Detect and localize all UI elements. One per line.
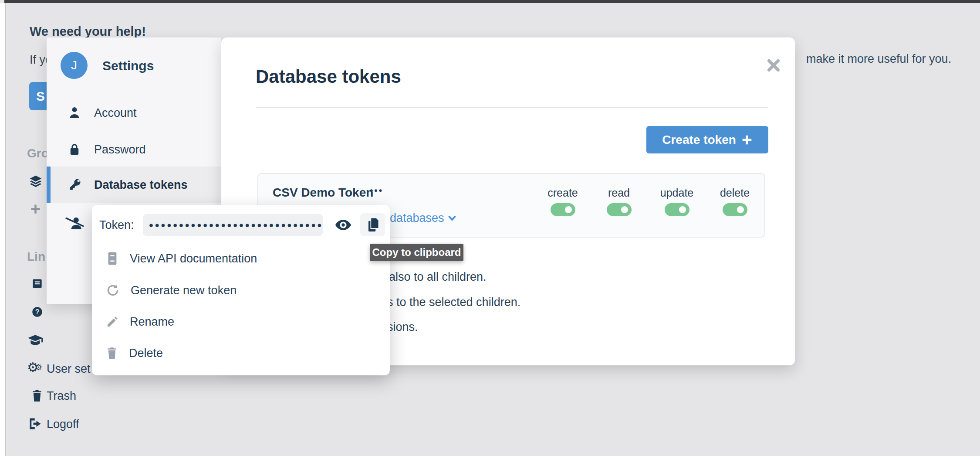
logoff-icon[interactable] xyxy=(29,418,42,430)
toggle-knob xyxy=(737,206,744,213)
trash-label[interactable]: Trash xyxy=(47,389,76,403)
copy-token-button[interactable] xyxy=(360,213,385,236)
settings-item-label: Account xyxy=(94,106,137,120)
databases-link-text: databases xyxy=(390,211,444,225)
settings-item-label: Database tokens xyxy=(94,178,188,192)
menu-item-label: Rename xyxy=(130,315,174,329)
menu-item-label: Generate new token xyxy=(131,284,237,297)
avatar-initial: J xyxy=(71,58,77,72)
user-slash-icon xyxy=(65,215,84,230)
settings-item-account[interactable]: Account xyxy=(47,95,221,131)
support-button-label: S xyxy=(36,89,45,104)
trash-icon xyxy=(106,347,118,360)
menu-item-label: Delete xyxy=(129,347,163,360)
menu-item-rename[interactable]: Rename xyxy=(99,310,382,334)
menu-item-label: View API documentation xyxy=(130,252,257,265)
close-icon[interactable] xyxy=(764,56,783,75)
svg-text:?: ? xyxy=(35,308,40,316)
permission-label-delete: delete xyxy=(704,187,765,199)
lock-icon xyxy=(69,143,80,156)
toggle-knob xyxy=(679,206,686,213)
permission-label-read: read xyxy=(588,187,649,199)
modal-title: Database tokens xyxy=(256,66,401,87)
closing-text-fragment: make it more useful for you. xyxy=(806,52,951,66)
top-bar xyxy=(4,0,980,3)
trash-nav-icon[interactable] xyxy=(31,389,43,402)
toggle-create[interactable] xyxy=(551,203,575,216)
show-token-eye-icon[interactable] xyxy=(335,218,351,232)
permission-label-update: update xyxy=(646,187,707,199)
recycle-icon xyxy=(106,284,119,297)
toggle-knob xyxy=(621,206,628,213)
active-item-indicator xyxy=(47,167,51,203)
book-icon[interactable] xyxy=(31,278,43,289)
person-icon xyxy=(69,106,80,119)
document-icon xyxy=(106,252,118,265)
links-section-label: Lin xyxy=(27,250,45,264)
toggle-update[interactable] xyxy=(665,203,689,216)
hidden-text-fragment-1: also to all children. xyxy=(389,270,487,284)
help-icon[interactable]: ? xyxy=(31,306,43,318)
plus-icon xyxy=(741,134,753,146)
toggle-delete[interactable] xyxy=(723,203,747,216)
user-settings-label-fragment[interactable]: User set xyxy=(47,362,91,376)
token-value-input[interactable]: •••••••••••••••••••••••••••••• xyxy=(143,214,323,236)
add-icon[interactable] xyxy=(30,203,41,215)
token-name: CSV Demo Token xyxy=(273,186,373,200)
settings-item-password[interactable]: Password xyxy=(47,131,221,168)
databases-link-fragment[interactable]: databases xyxy=(390,211,456,225)
help-headline: We need your help! xyxy=(30,24,146,39)
menu-item-generate-new-token[interactable]: Generate new token xyxy=(99,278,382,303)
graduation-cap-icon[interactable] xyxy=(28,334,43,347)
layers-icon[interactable] xyxy=(29,174,43,188)
menu-item-delete[interactable]: Delete xyxy=(99,341,382,365)
toggle-read[interactable] xyxy=(607,203,632,216)
hidden-text-fragment-2: s to the selected children. xyxy=(387,296,520,309)
pencil-icon xyxy=(106,316,118,328)
settings-title: Settings xyxy=(102,58,154,73)
gear-small-icon: ⚙ xyxy=(35,363,42,371)
toggle-knob xyxy=(565,206,572,213)
permission-label-create: create xyxy=(532,187,593,199)
avatar: J xyxy=(61,52,88,79)
hidden-text-fragment-3: sions. xyxy=(387,320,418,334)
menu-item-view-api-documentation[interactable]: View API documentation xyxy=(99,246,382,271)
settings-item-database-tokens[interactable]: Database tokens xyxy=(47,167,221,203)
screen: We need your help! If yo S Gro Lin ? ⚙⚙ … xyxy=(0,0,980,456)
key-icon xyxy=(69,178,82,191)
left-edge-strip xyxy=(0,3,6,456)
token-options-icon[interactable]: ••• xyxy=(370,185,383,196)
create-token-button[interactable]: Create token xyxy=(646,126,768,153)
create-token-label: Create token xyxy=(662,133,736,147)
gears-icon[interactable]: ⚙⚙ xyxy=(27,361,42,374)
logoff-label[interactable]: Logoff xyxy=(47,418,79,431)
chevron-down-icon xyxy=(448,215,456,222)
groups-section-label: Gro xyxy=(27,146,49,160)
copy-icon xyxy=(366,218,379,232)
settings-item-label: Password xyxy=(94,143,146,157)
token-field-label: Token: xyxy=(99,218,134,232)
copy-tooltip: Copy to clipboard xyxy=(370,244,463,261)
title-divider xyxy=(256,107,768,108)
